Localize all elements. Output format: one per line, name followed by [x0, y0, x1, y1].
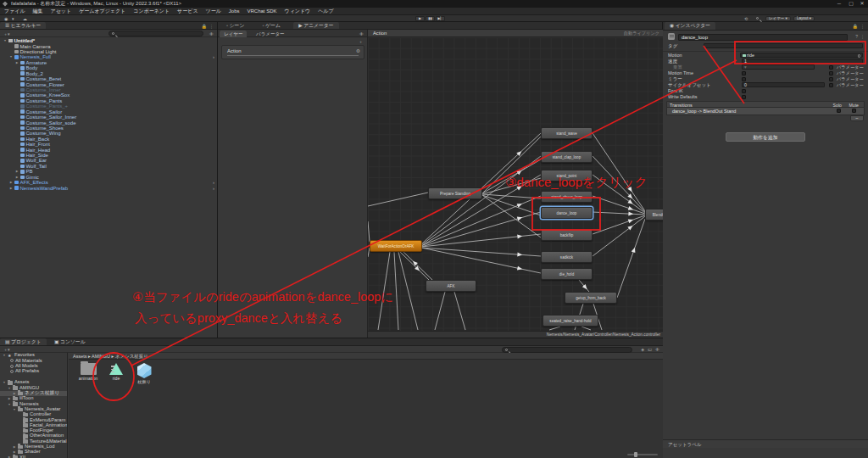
hierarchy-item[interactable]: ▶NemesisWandPrefab›: [0, 185, 217, 190]
close-button[interactable]: ✕: [857, 0, 867, 8]
multiplier-field[interactable]: ▾: [742, 64, 815, 70]
side-tab-パラメーター[interactable]: パラメーター: [252, 31, 289, 37]
expand-arrow-icon[interactable]: ▶: [15, 176, 19, 179]
write-defaults-checkbox[interactable]: [742, 95, 746, 99]
cycle-offset-parameter-checkbox[interactable]: [829, 83, 833, 87]
tab-inspector[interactable]: ◉ インスペクター: [665, 22, 715, 30]
prefab-open-arrow[interactable]: ›: [213, 186, 214, 191]
speed-field[interactable]: 1: [742, 59, 863, 64]
tab-アニメーター[interactable]: ▶ アニメーター: [293, 22, 338, 29]
play-button[interactable]: ▶: [415, 16, 425, 21]
cloud-icon[interactable]: ☁: [23, 16, 27, 21]
layout-dropdown[interactable]: Layout ▾: [793, 16, 815, 21]
menu-item[interactable]: アセット: [51, 8, 72, 15]
lock-icon[interactable]: 🔒: [853, 24, 858, 29]
motion-field[interactable]: ride: [740, 53, 863, 58]
state-name-field[interactable]: dance_loop: [678, 34, 848, 41]
context-menu-icon[interactable]: ⋮: [860, 34, 865, 39]
project-breadcrumb[interactable]: Assets ▸ AMINGU ▸ ネメシス杖振り: [69, 353, 663, 360]
hidden-packages-icon[interactable]: 👁: [655, 347, 659, 352]
mirror-parameter-checkbox[interactable]: [829, 77, 833, 81]
expand-arrow-icon[interactable]: ▶: [8, 397, 11, 400]
project-asset-anim[interactable]: ride: [102, 363, 131, 381]
layer-item-action[interactable]: Action ⚙: [221, 45, 364, 59]
expand-arrow-icon[interactable]: ▶: [13, 450, 16, 454]
expand-arrow-icon[interactable]: ▼: [3, 354, 6, 357]
object-picker-icon[interactable]: [858, 54, 861, 58]
graph-node[interactable]: stand_wave: [541, 127, 593, 139]
search-by-type-icon[interactable]: ◈: [641, 347, 644, 352]
menu-item[interactable]: ファイル: [4, 8, 25, 15]
asset-labels-footer[interactable]: アセットラベル: [663, 439, 868, 448]
expand-arrow-icon[interactable]: ▼: [13, 408, 16, 411]
help-icon[interactable]: ?: [855, 34, 858, 39]
transition-row[interactable]: dance_loop -> BlendOut Stand: [666, 108, 865, 115]
account-icon[interactable]: ◉: [4, 16, 8, 21]
side-tab-レイヤー[interactable]: レイヤー: [220, 31, 247, 37]
expand-arrow-icon[interactable]: ▼: [9, 55, 13, 59]
expand-arrow-icon[interactable]: ▼: [3, 39, 7, 42]
create-add-button[interactable]: ＋▾: [3, 31, 10, 36]
expand-arrow-icon[interactable]: ▶: [13, 445, 16, 449]
expand-arrow-icon[interactable]: ▼: [8, 387, 11, 390]
mute-checkbox[interactable]: [852, 109, 856, 113]
project-asset-folder[interactable]: animation: [74, 363, 103, 381]
expand-arrow-icon[interactable]: ▶: [9, 187, 13, 190]
tab-プロジェクト[interactable]: ▤ プロジェクト: [0, 338, 47, 345]
expand-arrow-icon[interactable]: ▶: [13, 392, 16, 395]
remove-transition-button[interactable]: −: [850, 115, 864, 121]
account-dropdown-icon[interactable]: ▾: [12, 16, 14, 21]
graph-node[interactable]: AFK: [426, 280, 476, 292]
graph-node[interactable]: sadkick: [541, 251, 593, 263]
minimize-button[interactable]: ─: [834, 0, 844, 8]
zoom-slider[interactable]: [627, 454, 658, 455]
create-add-button[interactable]: ＋▾: [3, 347, 10, 352]
undo-history-icon[interactable]: ⟲: [744, 16, 748, 21]
panel-menu-icon[interactable]: ⋮: [209, 24, 214, 29]
graph-node[interactable]: stand_point: [541, 170, 593, 182]
solo-checkbox[interactable]: [837, 109, 841, 113]
graph-node[interactable]: stand_clap_loop: [541, 151, 593, 163]
lock-icon[interactable]: 🔒: [202, 24, 207, 29]
project-asset-prefab[interactable]: 杖振り: [130, 363, 159, 385]
auto-live-link-button[interactable]: 自動ライブリンク: [624, 30, 659, 37]
menu-item[interactable]: Jobs: [229, 8, 240, 14]
menu-item[interactable]: 編集: [33, 8, 43, 15]
expand-arrow-icon[interactable]: ▼: [8, 403, 11, 406]
expand-arrow-icon[interactable]: ▶: [15, 170, 19, 173]
pause-button[interactable]: ▮▮: [426, 16, 435, 21]
menu-item[interactable]: VRChat SDK: [247, 8, 276, 14]
project-search-input[interactable]: [502, 347, 632, 353]
mirror-checkbox[interactable]: [742, 77, 746, 81]
hierarchy-search-input[interactable]: [108, 31, 203, 36]
menu-item[interactable]: サービス: [177, 8, 198, 15]
layers-dropdown[interactable]: レイヤー ▾: [765, 16, 791, 21]
scene-visibility-icon[interactable]: 👁: [209, 31, 214, 36]
graph-node[interactable]: dance_loop: [541, 207, 593, 219]
graph-node[interactable]: Prepare Standing: [428, 187, 482, 199]
breadcrumb[interactable]: Action: [373, 30, 387, 37]
tab-シーン[interactable]: ◦ シーン: [221, 22, 249, 29]
add-layer-button[interactable]: ＋: [359, 39, 363, 44]
motion-time-parameter-checkbox[interactable]: [829, 71, 833, 75]
menu-item[interactable]: コンポーネント: [133, 8, 170, 15]
eye-icon[interactable]: 👁: [359, 31, 364, 36]
multiplier-parameter-checkbox[interactable]: [829, 65, 833, 70]
tab-コンソール[interactable]: ▣ コンソール: [49, 338, 91, 345]
search-by-label-icon[interactable]: 🏷: [648, 347, 652, 352]
prefab-open-arrow[interactable]: ›: [213, 180, 214, 185]
graph-node[interactable]: die_hold: [541, 268, 593, 280]
graph-node[interactable]: seated_raise_hand-hold: [542, 315, 598, 327]
tab-ゲーム[interactable]: ◦ ゲーム: [258, 22, 286, 29]
graph-node[interactable]: stand_cheer_loop: [541, 191, 593, 203]
panel-menu-icon[interactable]: ⋮: [860, 24, 865, 29]
foot-ik-checkbox[interactable]: [742, 89, 746, 93]
graph-node[interactable]: backflip: [541, 229, 593, 241]
cycle-offset-field[interactable]: 0: [742, 82, 825, 87]
state-machine-graph[interactable]: WaitForActionOrAFKPrepare StandingAFKsta…: [368, 37, 663, 331]
graph-node[interactable]: getup_from_back: [565, 292, 617, 304]
expand-arrow-icon[interactable]: ▼: [3, 381, 6, 384]
favorite-item[interactable]: All Prefabs: [0, 369, 67, 374]
prefab-open-arrow[interactable]: ›: [213, 54, 214, 59]
add-behaviour-button[interactable]: 動作を追加: [726, 132, 805, 142]
